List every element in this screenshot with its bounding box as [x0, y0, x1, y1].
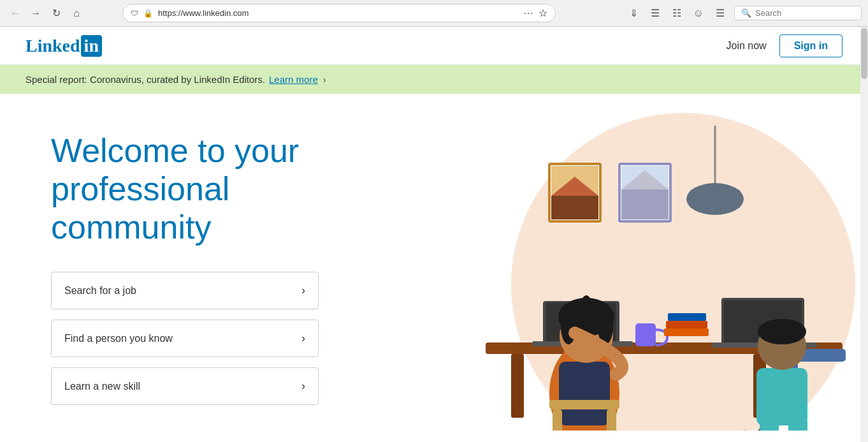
svg-rect-18 [635, 323, 656, 346]
svg-rect-20 [666, 321, 707, 328]
search-job-label: Search for a job [64, 285, 136, 297]
logo-text-linked: Linked [25, 36, 80, 56]
svg-rect-21 [668, 313, 706, 321]
hero-headline-line1: Welcome to your [51, 132, 299, 169]
svg-rect-19 [664, 328, 709, 336]
banner-chevron-icon: › [323, 74, 326, 85]
learn-skill-chevron-icon: › [301, 379, 305, 393]
svg-rect-34 [607, 409, 616, 431]
svg-rect-39 [756, 368, 807, 425]
forward-button[interactable]: → [27, 4, 45, 22]
svg-point-41 [758, 319, 806, 344]
address-menu-icon[interactable]: ⋯ [523, 7, 533, 19]
browser-right-icons: ⇓ ☰ ☷ ☺ ☰ [625, 4, 729, 22]
hero-illustration [447, 107, 868, 431]
join-now-button[interactable]: Join now [719, 35, 774, 57]
download-icon[interactable]: ⇓ [625, 4, 642, 22]
learn-skill-label: Learn a new skill [64, 381, 140, 392]
svg-rect-7 [551, 196, 598, 219]
address-bar[interactable]: 🛡 🔒 https://www.linkedin.com ⋯ ☆ [122, 4, 556, 22]
hero-headline-line2: professional community [51, 170, 229, 246]
browser-nav-buttons: ← → ↻ ⌂ [6, 4, 85, 22]
reader-icon[interactable]: ☷ [668, 4, 686, 22]
linkedin-app: Linked in Join now Sign in Special repor… [0, 27, 868, 442]
hero-left: Welcome to your professional community S… [0, 94, 370, 431]
profile-icon[interactable]: ☺ [690, 4, 707, 22]
address-text: https://www.linkedin.com [158, 8, 518, 18]
svg-rect-3 [690, 189, 741, 209]
announcement-banner: Special report: Coronavirus, curated by … [0, 65, 868, 94]
svg-rect-33 [553, 409, 562, 431]
find-person-card[interactable]: Find a person you know › [51, 320, 319, 357]
library-icon[interactable]: ☰ [646, 4, 664, 22]
learn-skill-card[interactable]: Learn a new skill › [51, 367, 319, 405]
browser-search-input[interactable] [755, 8, 855, 18]
svg-rect-10 [621, 189, 669, 219]
learn-more-link[interactable]: Learn more [269, 74, 318, 85]
hero-section: Welcome to your professional community S… [0, 94, 868, 431]
bookmark-icon[interactable]: ☆ [539, 7, 547, 19]
top-nav: Linked in Join now Sign in [0, 27, 868, 65]
search-job-chevron-icon: › [301, 284, 305, 297]
browser-chrome: ← → ↻ ⌂ 🛡 🔒 https://www.linkedin.com ⋯ ☆… [0, 0, 868, 27]
hero-right [370, 94, 868, 431]
scrollbar[interactable] [860, 27, 868, 442]
logo-in-box: in [81, 35, 102, 57]
back-button[interactable]: ← [6, 4, 24, 22]
menu-icon[interactable]: ☰ [711, 4, 729, 22]
svg-rect-26 [559, 362, 610, 425]
scrollbar-thumb[interactable] [861, 28, 867, 79]
hero-headline: Welcome to your professional community [51, 132, 344, 246]
lock-icon: 🔒 [143, 9, 153, 18]
svg-rect-43 [788, 419, 807, 431]
browser-search-bar[interactable]: 🔍 [734, 6, 862, 20]
announcement-text: Special report: Coronavirus, curated by … [25, 74, 265, 85]
security-icon: 🛡 [131, 9, 138, 18]
svg-rect-42 [760, 419, 779, 431]
home-button[interactable]: ⌂ [68, 4, 85, 22]
find-person-label: Find a person you know [64, 333, 173, 344]
find-person-chevron-icon: › [301, 332, 305, 345]
svg-point-31 [580, 295, 593, 323]
reload-button[interactable]: ↻ [47, 4, 65, 22]
browser-search-icon: 🔍 [741, 8, 751, 18]
svg-rect-32 [549, 400, 619, 409]
hero-actions: Search for a job › Find a person you kno… [51, 272, 319, 405]
svg-rect-13 [511, 354, 524, 418]
search-job-card[interactable]: Search for a job › [51, 272, 319, 309]
sign-in-button[interactable]: Sign in [779, 34, 843, 57]
linkedin-logo[interactable]: Linked in [25, 35, 102, 57]
